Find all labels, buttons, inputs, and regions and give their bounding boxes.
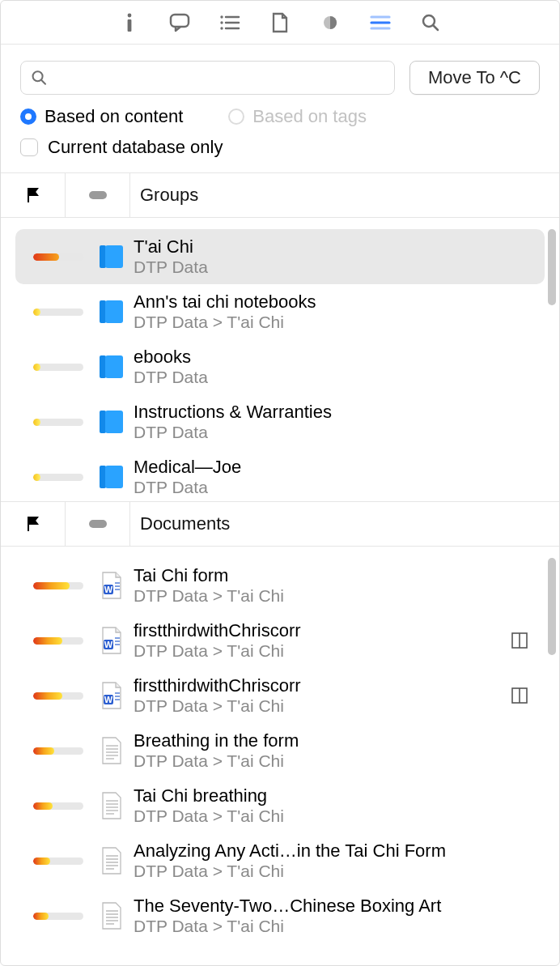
radio-tags-label: Based on tags [252, 106, 367, 127]
group-row[interactable]: ebooks DTP Data [15, 339, 545, 394]
groups-list: T'ai Chi DTP Data Ann's tai chi notebook… [1, 218, 559, 501]
svg-rect-23 [100, 411, 106, 433]
group-path: DTP Data [134, 478, 528, 497]
document-path: DTP Data > T'ai Chi [134, 862, 528, 881]
score-bar [33, 253, 83, 261]
document-row[interactable]: Tai Chi breathing DTP Data > T'ai Chi [15, 778, 545, 833]
group-row[interactable]: T'ai Chi DTP Data [15, 229, 545, 284]
group-title: Medical—Joe [134, 457, 528, 478]
svg-rect-25 [100, 466, 106, 488]
search-input[interactable] [20, 61, 395, 95]
top-toolbar [1, 1, 559, 45]
text-doc-icon [98, 791, 125, 820]
checkbox-current-db-label: Current database only [48, 137, 223, 158]
document-row[interactable]: W firstthirdwithChriscorr DTP Data > T'a… [15, 613, 545, 668]
document-path: DTP Data > T'ai Chi [134, 751, 528, 771]
score-bar [33, 857, 83, 865]
score-bar [33, 637, 83, 645]
document-title: The Seventy-Two…Chinese Boxing Art [134, 896, 528, 917]
lines-icon[interactable] [369, 11, 392, 34]
duplicate-icon [511, 687, 528, 704]
group-path: DTP Data > T'ai Chi [134, 313, 528, 332]
score-bar [33, 692, 83, 700]
folder-icon [98, 352, 125, 381]
column-label[interactable] [66, 502, 130, 546]
document-path: DTP Data > T'ai Chi [134, 696, 503, 716]
svg-rect-21 [100, 355, 106, 378]
document-row[interactable]: The Seventy-Two…Chinese Boxing Art DTP D… [15, 888, 545, 943]
folder-icon [98, 462, 125, 492]
document-row[interactable]: Analyzing Any Acti…in the Tai Chi Form D… [15, 833, 545, 888]
groups-scrollbar[interactable] [548, 229, 556, 305]
radio-based-on-tags[interactable]: Based on tags [228, 106, 367, 127]
svg-point-7 [220, 27, 223, 29]
list-icon[interactable] [218, 11, 241, 34]
score-bar [33, 747, 83, 755]
group-row[interactable]: Medical—Joe DTP Data [15, 449, 545, 501]
text-doc-icon [98, 736, 125, 765]
svg-rect-18 [105, 245, 123, 268]
word-doc-icon: W [98, 626, 125, 655]
svg-line-16 [41, 80, 45, 84]
score-bar [33, 802, 83, 810]
score-bar [33, 913, 83, 920]
document-path: DTP Data > T'ai Chi [134, 586, 528, 606]
search-row: Move To ^C [1, 45, 559, 103]
duplicate-icon [511, 632, 528, 649]
svg-rect-17 [100, 245, 106, 268]
documents-title: Documents [130, 513, 559, 534]
document-row[interactable]: Breathing in the form DTP Data > T'ai Ch… [15, 723, 545, 778]
info-icon[interactable] [118, 11, 141, 34]
move-to-button[interactable]: Move To ^C [409, 61, 540, 95]
svg-rect-26 [105, 466, 123, 488]
document-title: Tai Chi breathing [134, 785, 528, 806]
checkbox-current-db[interactable]: Current database only [20, 137, 223, 158]
svg-point-0 [128, 13, 132, 17]
column-label[interactable] [66, 173, 130, 217]
documents-header: Documents [1, 501, 559, 547]
svg-text:W: W [104, 585, 113, 594]
comment-icon[interactable] [168, 11, 191, 34]
document-title: Tai Chi form [134, 565, 528, 586]
group-path: DTP Data [134, 257, 528, 277]
group-row[interactable]: Ann's tai chi notebooks DTP Data > T'ai … [15, 284, 545, 339]
radio-content-label: Based on content [45, 106, 183, 127]
svg-rect-2 [171, 15, 189, 27]
text-doc-icon [98, 901, 125, 930]
document-icon[interactable] [269, 11, 291, 34]
svg-rect-1 [128, 19, 132, 32]
word-doc-icon: W [98, 571, 125, 600]
word-doc-icon: W [98, 681, 125, 710]
svg-point-3 [220, 15, 223, 18]
score-bar [33, 419, 83, 426]
group-path: DTP Data [134, 368, 528, 387]
search-icon[interactable] [419, 11, 442, 34]
search-input-field[interactable] [54, 69, 384, 87]
column-flag[interactable] [1, 173, 66, 217]
filter-options: Based on content Based on tags Current d… [1, 103, 559, 172]
document-path: DTP Data > T'ai Chi [134, 806, 528, 826]
group-title: ebooks [134, 347, 528, 368]
radio-based-on-content[interactable]: Based on content [20, 106, 183, 127]
svg-rect-20 [105, 300, 123, 323]
folder-icon [98, 242, 125, 271]
svg-point-5 [220, 21, 223, 23]
tag-pill-icon [89, 520, 107, 528]
groups-header: Groups [1, 172, 559, 218]
column-flag[interactable] [1, 502, 66, 546]
group-title: T'ai Chi [134, 236, 528, 257]
document-row[interactable]: W firstthirdwithChriscorr DTP Data > T'a… [15, 668, 545, 723]
svg-line-14 [434, 25, 439, 30]
group-path: DTP Data [134, 423, 528, 442]
svg-rect-24 [105, 411, 123, 433]
document-title: Analyzing Any Acti…in the Tai Chi Form [134, 840, 528, 862]
document-title: Breathing in the form [134, 730, 528, 751]
text-doc-icon [98, 846, 125, 875]
group-row[interactable]: Instructions & Warranties DTP Data [15, 394, 545, 449]
document-row[interactable]: W Tai Chi form DTP Data > T'ai Chi [15, 558, 545, 613]
folder-icon [98, 297, 125, 326]
svg-rect-22 [105, 355, 123, 378]
documents-scrollbar[interactable] [548, 558, 556, 655]
dot-icon[interactable] [319, 11, 342, 34]
score-bar [33, 582, 83, 589]
